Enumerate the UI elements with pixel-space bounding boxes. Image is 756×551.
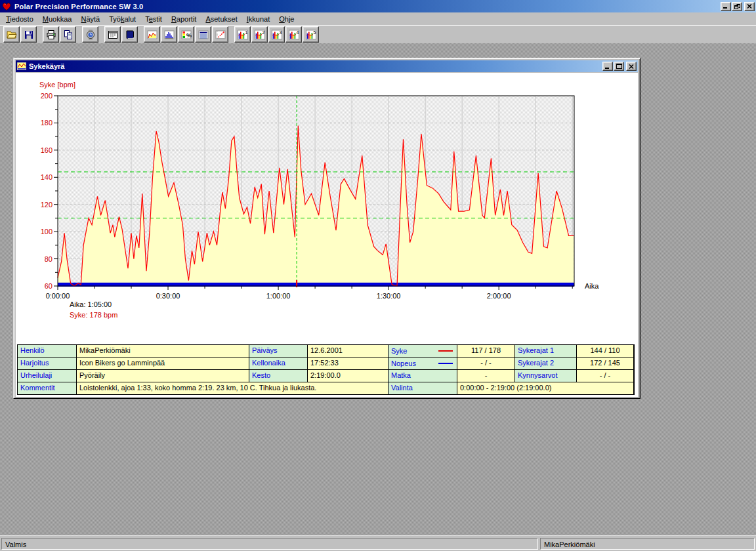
menu-item-asetukset[interactable]: Asetukset: [201, 13, 242, 25]
svg-text:5: 5: [313, 30, 316, 35]
toolbar-button-table-view[interactable]: [195, 26, 211, 43]
svg-text:1:00:00: 1:00:00: [266, 292, 291, 300]
minimize-button[interactable]: [721, 2, 731, 11]
y-axis-title: Syke [bpm]: [39, 81, 75, 89]
toolbar-button-print[interactable]: [43, 26, 59, 43]
toolbar-button-polar-watch[interactable]: [82, 26, 98, 43]
table-label: Valinta: [388, 382, 457, 395]
menu-item-muokkaa[interactable]: Muokkaa: [38, 13, 77, 25]
table-label: Henkilö: [18, 345, 77, 357]
toolbar-button-diary[interactable]: [121, 26, 138, 43]
toolbar-button-chart-4[interactable]: 4: [285, 26, 302, 43]
restore-button[interactable]: [732, 2, 742, 11]
curve-window-client: 60801001201401601802000:00:000:30:001:00…: [16, 73, 638, 397]
toolbar-button-chart-3[interactable]: 3: [268, 26, 285, 43]
table-label: Kynnysarvot: [515, 370, 577, 382]
child-minimize-button[interactable]: [602, 62, 613, 71]
series-line-icon: [438, 363, 453, 364]
x-axis-title: Aika: [585, 282, 599, 290]
svg-text:160: 160: [41, 146, 52, 154]
printer-icon: [46, 30, 56, 40]
toolbar-button-copy[interactable]: [60, 26, 76, 43]
status-person: MikaPerkiömäki: [540, 538, 755, 550]
status-bar: Valmis MikaPerkiömäki: [0, 535, 756, 551]
table-value: Pyöräily: [77, 370, 249, 382]
svg-text:200: 200: [41, 92, 52, 100]
window-title: Polar Precision Performance SW 3.0: [12, 3, 720, 10]
svg-text:60: 60: [45, 282, 52, 290]
menu-item-testit[interactable]: Testit: [140, 13, 167, 25]
menu-bar: TiedostoMuokkaaNäytäTyökalutTestitRaport…: [0, 12, 756, 25]
toolbar-button-zones-view[interactable]: %: [178, 26, 194, 43]
svg-text:120: 120: [41, 201, 52, 209]
table-value: -: [457, 370, 515, 382]
series-line-icon: [438, 350, 453, 352]
table-value: 2:19:00.0: [308, 370, 388, 382]
table-label: Sykerajat 1: [515, 345, 577, 357]
curve-window-controls: [602, 62, 638, 71]
table-label: Kesto: [249, 370, 308, 382]
chart-4-icon: 4: [289, 30, 299, 40]
polar-watch-icon: [85, 30, 96, 40]
menu-item-nayta[interactable]: Näytä: [76, 13, 104, 25]
table-label: Kommentit: [18, 382, 77, 395]
child-maximize-button[interactable]: [614, 62, 624, 71]
curve-window-title-bar[interactable]: Sykekäyrä: [16, 60, 638, 72]
menu-item-ohje[interactable]: Ohje: [274, 13, 299, 25]
toolbar: % 1 2: [0, 25, 756, 43]
table-value: 0:00:00 - 2:19:00 (2:19:00.0): [457, 382, 634, 395]
table-value: 17:52:33: [308, 357, 388, 370]
toolbar-button-chart-1[interactable]: 1: [234, 26, 251, 43]
chart-2-icon: 2: [255, 30, 265, 40]
menu-item-ikkunat[interactable]: Ikkunat: [242, 13, 274, 25]
copy-pages-icon: [63, 30, 74, 40]
minimize-icon: [723, 4, 728, 9]
svg-text:1: 1: [245, 30, 247, 35]
toolbar-button-scatter-view[interactable]: [212, 26, 228, 43]
svg-text:100: 100: [41, 228, 52, 235]
child-close-button[interactable]: [626, 62, 637, 71]
toolbar-button-distribution-view[interactable]: [161, 26, 177, 43]
toolbar-button-chart-2[interactable]: 2: [251, 26, 268, 43]
cursor-hr-readout: Syke: 178 bpm: [70, 311, 117, 319]
calendar-icon: [108, 30, 118, 40]
table-label: Matka: [388, 370, 457, 382]
table-value: 144 / 110: [577, 345, 634, 357]
svg-text:0:00:00: 0:00:00: [46, 292, 70, 300]
table-value: - / -: [457, 357, 515, 370]
table-value: 117 / 178: [457, 345, 515, 357]
scatter-plot-icon: [215, 30, 226, 40]
heart-rate-chart[interactable]: 60801001201401601802000:00:000:30:001:00…: [16, 73, 638, 335]
desktop: { "window": { "title": "Polar Precision …: [0, 0, 756, 551]
table-label: Kellonaika: [249, 357, 308, 370]
svg-text:140: 140: [41, 173, 52, 181]
table-grid-icon: [198, 30, 209, 40]
chart-5-icon: 5: [306, 30, 316, 40]
table-value: MikaPerkiömäki: [77, 345, 249, 357]
minimize-icon: [605, 64, 610, 69]
open-folder-icon: [7, 30, 17, 40]
svg-text:3: 3: [279, 30, 282, 35]
table-value: Loistolenkki, ajoa 1:33, koko homma 2:19…: [77, 382, 388, 395]
toolbar-button-open[interactable]: [3, 26, 20, 43]
chart-3-icon: 3: [272, 30, 282, 40]
save-floppy-icon: [24, 30, 34, 40]
polar-heart-icon: [1, 1, 12, 11]
svg-text:180: 180: [41, 119, 52, 127]
table-label: Päiväys: [249, 345, 308, 357]
table-label: Urheilulaji: [18, 370, 77, 382]
svg-text:2: 2: [262, 30, 264, 35]
toolbar-button-calendar[interactable]: [104, 26, 121, 43]
toolbar-button-chart-5[interactable]: 5: [303, 26, 319, 43]
close-icon: [629, 64, 634, 69]
curve-chart-icon: [147, 30, 158, 40]
zones-percent-icon: %: [181, 30, 192, 40]
histogram-icon: [164, 30, 175, 40]
menu-item-raportit[interactable]: Raportit: [167, 13, 201, 25]
svg-text:0:30:00: 0:30:00: [156, 292, 180, 300]
toolbar-button-save[interactable]: [20, 26, 37, 43]
close-button[interactable]: [744, 2, 755, 11]
menu-item-tiedosto[interactable]: Tiedosto: [1, 13, 38, 25]
menu-item-tyokalut[interactable]: Työkalut: [104, 13, 140, 25]
toolbar-button-curve-view[interactable]: [144, 26, 160, 43]
